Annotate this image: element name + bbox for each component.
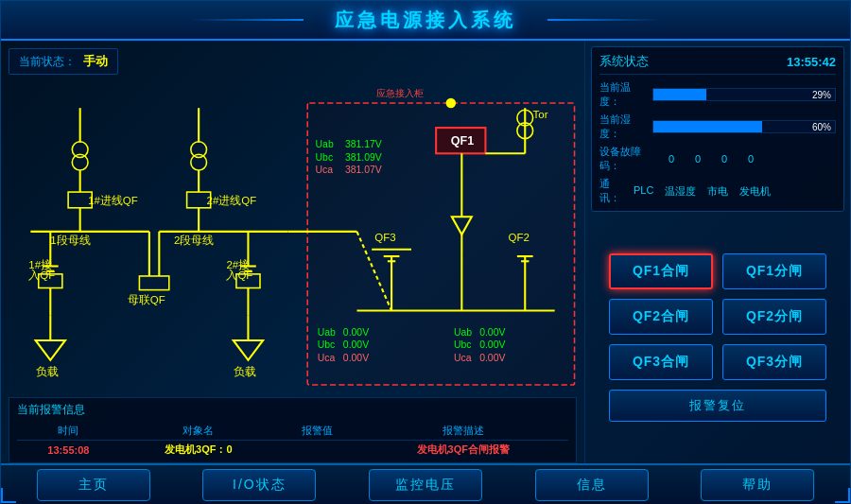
comm-mains: 市电 — [707, 184, 728, 199]
svg-text:381.17V: 381.17V — [345, 139, 382, 149]
alarm-time: 13:55:08 — [17, 441, 120, 460]
svg-text:0.00V: 0.00V — [479, 353, 505, 363]
alarm-col-time: 时间 — [17, 422, 120, 441]
corner-decoration-bl — [1, 488, 16, 503]
qf3-button-row: QF3合闸 QF3分闸 — [591, 344, 844, 380]
svg-text:母联QF: 母联QF — [128, 294, 165, 305]
nav-voltage[interactable]: 监控电压 — [369, 469, 482, 501]
qf3-close-button[interactable]: QF3合闸 — [609, 344, 713, 380]
svg-point-44 — [446, 98, 456, 108]
diagram-panel: 当前状态： 手动 .diag-line { stroke: #ffff00; s… — [1, 41, 585, 463]
nav-home[interactable]: 主页 — [37, 469, 150, 501]
svg-text:Ubc: Ubc — [454, 339, 472, 350]
fault-val-1: 0 — [688, 153, 707, 165]
page-title: 应急电源接入系统 — [335, 8, 516, 33]
system-status-panel: 系统状态 13:55:42 当前温度： 29% 当前湿度： 60% — [591, 46, 844, 212]
temperature-fill — [653, 89, 706, 100]
svg-text:应急接入柜: 应急接入柜 — [376, 88, 424, 98]
qf2-close-button[interactable]: QF2合闸 — [609, 299, 713, 335]
comm-items: PLC 温湿度 市电 发电机 — [634, 184, 771, 199]
alarm-title: 当前报警信息 — [17, 402, 568, 418]
fault-val-3: 0 — [741, 153, 760, 165]
comm-generator: 发电机 — [739, 184, 771, 199]
main-container: 应急电源接入系统 当前状态： 手动 .diag-line { stroke: #… — [0, 0, 851, 504]
alarm-section: 当前报警信息 时间 对象名 报警值 报警描述 13:55:08 发电机 — [9, 397, 577, 463]
qf1-open-button[interactable]: QF1分闸 — [722, 253, 826, 289]
svg-text:Uca: Uca — [318, 353, 336, 363]
sys-time: 13:55:42 — [787, 55, 836, 69]
qf2-button-row: QF2合闸 QF2分闸 — [591, 299, 844, 335]
svg-text:0.00V: 0.00V — [479, 339, 505, 350]
status-label: 当前状态： — [19, 54, 76, 70]
svg-text:2#接: 2#接 — [226, 258, 250, 270]
alarm-col-value: 报警值 — [277, 422, 358, 441]
svg-text:0.00V: 0.00V — [343, 339, 369, 350]
svg-marker-30 — [36, 340, 65, 360]
alarm-col-desc: 报警描述 — [358, 422, 568, 441]
alarm-row: 13:55:08 发电机3QF：0 发电机3QF合闸报警 — [17, 441, 568, 460]
comm-label: 通 讯： — [599, 177, 628, 205]
humidity-value: 60% — [812, 122, 831, 132]
svg-text:负载: 负载 — [36, 366, 59, 377]
svg-text:Uab: Uab — [318, 327, 336, 338]
alarm-reset-row: 报警复位 — [591, 390, 844, 422]
qf1-button-row: QF1合闸 QF1分闸 — [591, 253, 844, 289]
humidity-bar: 60% — [652, 120, 836, 133]
temperature-value: 29% — [812, 90, 831, 100]
temperature-label: 当前温度： — [599, 80, 647, 109]
nav-info[interactable]: 信息 — [535, 469, 649, 501]
svg-text:QF3: QF3 — [374, 232, 395, 243]
svg-text:0.00V: 0.00V — [343, 327, 369, 338]
humidity-fill — [653, 121, 762, 132]
svg-text:入QF: 入QF — [28, 269, 55, 281]
svg-text:入QF: 入QF — [226, 269, 252, 281]
svg-text:QF2: QF2 — [508, 232, 529, 243]
title-bar: 应急电源接入系统 — [1, 1, 850, 41]
fault-label: 设备故障码： — [599, 145, 656, 173]
fault-val-2: 0 — [715, 153, 734, 165]
svg-text:Uab: Uab — [316, 139, 334, 149]
qf2-open-button[interactable]: QF2分闸 — [722, 299, 826, 335]
svg-text:381.09V: 381.09V — [345, 152, 382, 163]
qf1-close-button[interactable]: QF1合闸 — [609, 253, 713, 289]
svg-text:Uab: Uab — [454, 327, 472, 338]
fault-values: 0 0 0 0 — [662, 153, 760, 165]
alarm-col-object: 对象名 — [120, 422, 277, 441]
svg-text:负载: 负载 — [234, 366, 256, 377]
svg-text:Uca: Uca — [454, 353, 472, 363]
alarm-object: 发电机3QF：0 — [120, 441, 277, 460]
svg-text:QF1: QF1 — [451, 134, 474, 148]
comm-humidity: 温湿度 — [665, 184, 696, 199]
fault-val-0: 0 — [662, 153, 681, 165]
humidity-row: 当前湿度： 60% — [599, 113, 836, 141]
svg-marker-40 — [234, 340, 263, 360]
svg-text:Tor: Tor — [533, 109, 548, 120]
alarm-value — [277, 441, 358, 460]
svg-text:1#进线QF: 1#进线QF — [88, 195, 138, 206]
comm-plc: PLC — [634, 184, 653, 199]
svg-text:2段母线: 2段母线 — [174, 235, 214, 246]
temperature-row: 当前温度： 29% — [599, 80, 836, 109]
qf3-open-button[interactable]: QF3分闸 — [722, 344, 826, 380]
nav-help[interactable]: 帮助 — [701, 469, 814, 501]
svg-text:381.07V: 381.07V — [345, 165, 382, 175]
status-value: 手动 — [83, 53, 108, 70]
sys-status-title: 系统状态 — [599, 53, 649, 70]
svg-text:Ubc: Ubc — [318, 339, 336, 350]
alarm-reset-button[interactable]: 报警复位 — [609, 390, 826, 422]
svg-text:2#进线QF: 2#进线QF — [207, 195, 257, 206]
corner-decoration-br — [835, 488, 850, 503]
fault-row: 设备故障码： 0 0 0 0 — [599, 145, 836, 173]
control-buttons-section: QF1合闸 QF1分闸 QF2合闸 QF2分闸 QF3合闸 QF3分闸 报警复位 — [591, 217, 844, 458]
alarm-table: 时间 对象名 报警值 报警描述 13:55:08 发电机3QF：0 发电机3QF… — [17, 422, 568, 459]
sys-status-header: 系统状态 13:55:42 — [599, 53, 836, 75]
svg-text:0.00V: 0.00V — [343, 353, 369, 363]
svg-text:0.00V: 0.00V — [479, 327, 505, 338]
content-area: 当前状态： 手动 .diag-line { stroke: #ffff00; s… — [1, 41, 850, 463]
nav-io[interactable]: I/O状态 — [202, 469, 316, 501]
svg-rect-20 — [139, 276, 168, 290]
svg-text:1段母线: 1段母线 — [50, 235, 90, 246]
alarm-description: 发电机3QF合闸报警 — [358, 441, 568, 460]
bottom-nav: 主页 I/O状态 监控电压 信息 帮助 — [1, 463, 850, 504]
right-panel: 系统状态 13:55:42 当前温度： 29% 当前湿度： 60% — [585, 41, 850, 463]
